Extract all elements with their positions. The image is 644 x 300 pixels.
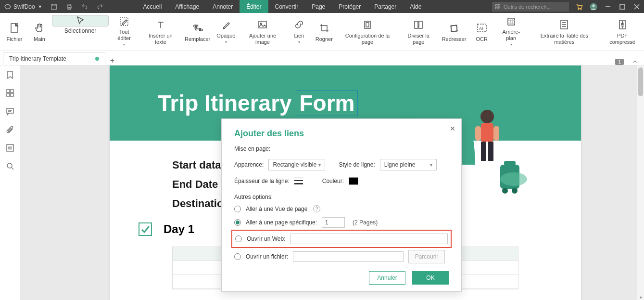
page-count: (2 Pages): [353, 219, 378, 226]
linestyle-select[interactable]: Ligne pleine▾: [380, 159, 437, 170]
page-number-input[interactable]: [322, 217, 345, 228]
svg-rect-27: [451, 25, 457, 32]
close-button[interactable]: [630, 0, 644, 13]
sidebar: W: [0, 65, 20, 300]
opaque-tool[interactable]: Opaque▾: [214, 15, 239, 49]
thumbnails-icon[interactable]: [6, 89, 14, 99]
add-tab-button[interactable]: +: [110, 56, 114, 65]
search-placeholder: Outils de recherch...: [504, 4, 551, 10]
ribbon: Fichier Main Sélectionner Tout éditer▾ I…: [0, 13, 644, 51]
svg-rect-55: [493, 126, 499, 141]
comments-icon[interactable]: [6, 107, 14, 117]
radio-goto-page[interactable]: [234, 219, 241, 226]
svg-text:B: B: [199, 28, 202, 31]
svg-point-9: [578, 9, 579, 10]
menu-partager[interactable]: Partager: [367, 0, 403, 13]
label: Configuration de la page: [341, 33, 394, 45]
section-other: Autres options:: [234, 194, 449, 200]
add-link-dialog: ✕ Ajouter des liens Mise en page: Appare…: [221, 118, 462, 292]
menu-page[interactable]: Page: [305, 0, 332, 13]
label: Main: [34, 36, 45, 42]
svg-text:A: A: [195, 25, 197, 28]
menu-accueil[interactable]: Accueil: [137, 0, 169, 13]
help-icon[interactable]: ?: [313, 205, 320, 212]
ocr-tool[interactable]: AIOCR: [469, 15, 494, 49]
label: Arrière-plan: [498, 29, 524, 41]
print-icon[interactable]: [62, 0, 77, 13]
user-icon[interactable]: [586, 0, 601, 13]
menu-editer[interactable]: Éditer: [240, 0, 268, 13]
dialog-title: Ajouter des liens: [234, 129, 449, 139]
label: Opaque: [216, 33, 235, 39]
undo-icon[interactable]: [77, 0, 92, 13]
straighten-tool[interactable]: Redresser: [439, 15, 469, 49]
label: Tout éditer: [113, 29, 136, 41]
hand-tool[interactable]: Main: [27, 15, 52, 49]
svg-rect-40: [11, 93, 13, 96]
opt-open-file-label: Ouvrir un fichier:: [246, 253, 288, 260]
svg-rect-41: [7, 108, 13, 113]
opt-goto-view-label: Aller à une Vue de page: [246, 206, 307, 212]
maximize-button[interactable]: [615, 0, 630, 13]
titlebar: SwifDoo ▼ Accueil Affichage Annoter Édit…: [0, 0, 644, 13]
thickness-picker[interactable]: [294, 178, 303, 184]
menu-aide[interactable]: Aide: [403, 0, 428, 13]
page-config-tool[interactable]: Configuration de la page: [337, 15, 398, 49]
toc-tool[interactable]: Extraire la Table des matières: [528, 15, 601, 49]
web-url-input[interactable]: [290, 234, 448, 244]
ok-button[interactable]: OK: [412, 271, 449, 285]
tools-search[interactable]: Outils de recherch...: [492, 2, 569, 12]
svg-rect-3: [68, 4, 71, 6]
edit-all-tool[interactable]: Tout éditer▾: [109, 15, 139, 49]
scrollbar[interactable]: ▴ ▾: [637, 65, 644, 300]
browse-button[interactable]: Parcourir: [408, 250, 445, 263]
menu-convertir[interactable]: Convertir: [268, 0, 305, 13]
scroll-thumb[interactable]: [638, 67, 643, 96]
file-button[interactable]: Fichier: [2, 15, 27, 49]
minimize-button[interactable]: [601, 0, 615, 13]
split-page-tool[interactable]: Diviser la page: [398, 15, 439, 49]
background-tool[interactable]: Arrière-plan▾: [494, 15, 528, 49]
label: Fichier: [6, 36, 22, 42]
cart-icon[interactable]: [572, 0, 586, 13]
redo-icon[interactable]: [92, 0, 108, 13]
thickness-label: Épaisseur de la ligne:: [234, 178, 290, 184]
radio-open-web[interactable]: [235, 235, 242, 242]
color-picker[interactable]: [349, 177, 358, 185]
svg-line-47: [12, 168, 13, 170]
link-tool[interactable]: Lien▾: [287, 15, 312, 49]
word-icon[interactable]: W: [6, 143, 14, 154]
svg-point-10: [581, 9, 581, 10]
crop-tool[interactable]: Rogner: [312, 15, 337, 49]
insert-text-tool[interactable]: Insérer un texte: [139, 15, 182, 49]
radio-open-file[interactable]: [234, 253, 241, 260]
attachments-icon[interactable]: [6, 125, 14, 136]
bookmark-icon[interactable]: [6, 70, 14, 81]
dialog-close-button[interactable]: ✕: [450, 125, 455, 132]
file-path-input[interactable]: [293, 251, 404, 262]
linestyle-label: Style de ligne:: [339, 161, 375, 168]
svg-text:AI: AI: [479, 26, 483, 31]
menu-proteger[interactable]: Protéger: [332, 0, 367, 13]
replace-tool[interactable]: ABRemplacer: [182, 15, 214, 49]
cancel-button[interactable]: Annuler: [369, 271, 405, 285]
collapse-ribbon-icon[interactable]: [631, 58, 638, 65]
menu-annoter[interactable]: Annoter: [206, 0, 240, 13]
page-indicator: 1: [615, 59, 624, 65]
save-icon[interactable]: [46, 0, 62, 13]
canvas[interactable]: Trip Itinerary Form: [20, 65, 644, 300]
svg-rect-1: [52, 4, 55, 6]
select-tool[interactable]: Sélectionner: [52, 15, 109, 26]
add-image-tool[interactable]: Ajouter une image: [239, 15, 287, 49]
label: OCR: [476, 36, 488, 42]
radio-goto-view[interactable]: [234, 206, 241, 212]
scroll-down-icon[interactable]: ▾: [637, 295, 644, 300]
menu-affichage[interactable]: Affichage: [168, 0, 206, 13]
appearance-select[interactable]: Rectangle visible▾: [268, 159, 325, 170]
doc-title: Trip Itinerary Form: [158, 90, 358, 116]
svg-point-50: [480, 110, 494, 123]
compress-tool[interactable]: PDF compressé: [601, 15, 644, 49]
search-icon[interactable]: [6, 162, 14, 172]
label: Redresser: [442, 36, 467, 42]
file-tab[interactable]: Trip Itinerary Template: [3, 52, 105, 65]
